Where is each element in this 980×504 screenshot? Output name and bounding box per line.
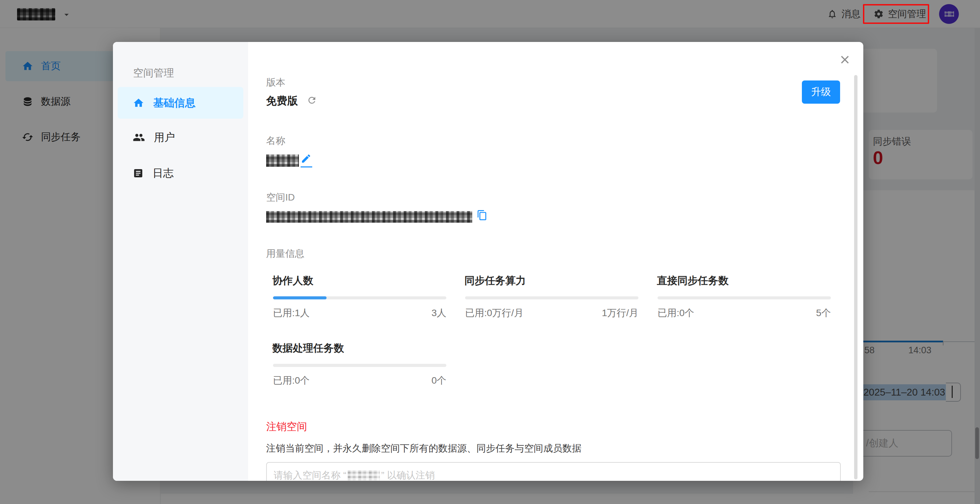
usage-title: 用量信息 bbox=[266, 247, 304, 260]
confirm-placeholder-name bbox=[348, 470, 380, 480]
usage-card-direct-sync: 直接同步任务数 已用:0个 5个 bbox=[657, 274, 832, 325]
refresh-icon[interactable] bbox=[307, 95, 317, 107]
confirm-placeholder-prefix: 请输入空间名称 “ bbox=[274, 469, 346, 481]
modal-menu-logs[interactable]: 日志 bbox=[133, 160, 174, 187]
usage-progress-bar bbox=[657, 296, 831, 300]
usage-progress-bar bbox=[273, 296, 446, 300]
users-icon bbox=[133, 131, 145, 144]
modal-side-panel: 空间管理 基础信息 用户 日志 bbox=[113, 42, 248, 481]
usage-limit: 5个 bbox=[816, 307, 831, 320]
space-management-modal: 空间管理 基础信息 用户 日志 bbox=[113, 42, 863, 481]
usage-limit: 1万行/月 bbox=[602, 307, 638, 320]
modal-menu-label: 基础信息 bbox=[153, 96, 196, 110]
app-root: 消息 空间管理 首页 数据源 bbox=[0, 0, 980, 504]
usage-progress-bar bbox=[273, 364, 446, 367]
log-icon bbox=[133, 168, 144, 179]
confirm-space-name-input[interactable]: 请输入空间名称 “” 以确认注销 bbox=[266, 462, 841, 481]
space-id-label: 空间ID bbox=[266, 191, 295, 204]
modal-menu-basic-info[interactable]: 基础信息 bbox=[118, 87, 243, 119]
copy-icon[interactable] bbox=[477, 210, 488, 222]
edit-icon[interactable] bbox=[301, 153, 313, 168]
usage-limit: 0个 bbox=[431, 374, 446, 387]
home-icon bbox=[133, 97, 144, 109]
usage-card-title: 直接同步任务数 bbox=[657, 274, 832, 288]
deregister-space-description: 注销当前空间，并永久删除空间下所有的数据源、同步任务与空间成员数据 bbox=[266, 442, 581, 455]
usage-used: 已用:1人 bbox=[273, 307, 310, 320]
annotation-highlight-rect bbox=[863, 4, 929, 24]
usage-used: 已用:0万行/月 bbox=[465, 307, 523, 320]
usage-card-data-processing: 数据处理任务数 已用:0个 0个 bbox=[272, 341, 447, 393]
modal-menu-label: 日志 bbox=[153, 166, 174, 181]
version-value: 免费版 bbox=[266, 94, 298, 108]
space-name-value bbox=[266, 154, 299, 167]
usage-used: 已用:0个 bbox=[273, 374, 310, 387]
modal-panel-title: 空间管理 bbox=[133, 66, 174, 80]
modal-menu-users[interactable]: 用户 bbox=[133, 124, 175, 151]
usage-progress-bar bbox=[465, 296, 638, 300]
usage-limit: 3人 bbox=[431, 307, 446, 320]
usage-card-collaborators: 协作人数 已用:1人 3人 bbox=[272, 274, 447, 325]
usage-card-title: 数据处理任务数 bbox=[272, 341, 447, 355]
modal-menu-label: 用户 bbox=[154, 130, 175, 144]
deregister-space-title: 注销空间 bbox=[266, 420, 307, 434]
version-label: 版本 bbox=[266, 76, 285, 89]
usage-card-sync-compute: 同步任务算力 已用:0万行/月 1万行/月 bbox=[465, 274, 639, 325]
space-id-value bbox=[266, 211, 472, 223]
confirm-placeholder-suffix: ” 以确认注销 bbox=[381, 469, 435, 481]
usage-card-title: 同步任务算力 bbox=[465, 274, 639, 288]
upgrade-button[interactable]: 升级 bbox=[802, 81, 840, 104]
edit-underline bbox=[301, 166, 312, 168]
modal-scrollbar-thumb[interactable] bbox=[854, 75, 858, 479]
usage-used: 已用:0个 bbox=[657, 307, 694, 320]
name-label: 名称 bbox=[266, 134, 285, 147]
close-icon[interactable] bbox=[837, 52, 853, 67]
usage-card-title: 协作人数 bbox=[272, 274, 447, 288]
